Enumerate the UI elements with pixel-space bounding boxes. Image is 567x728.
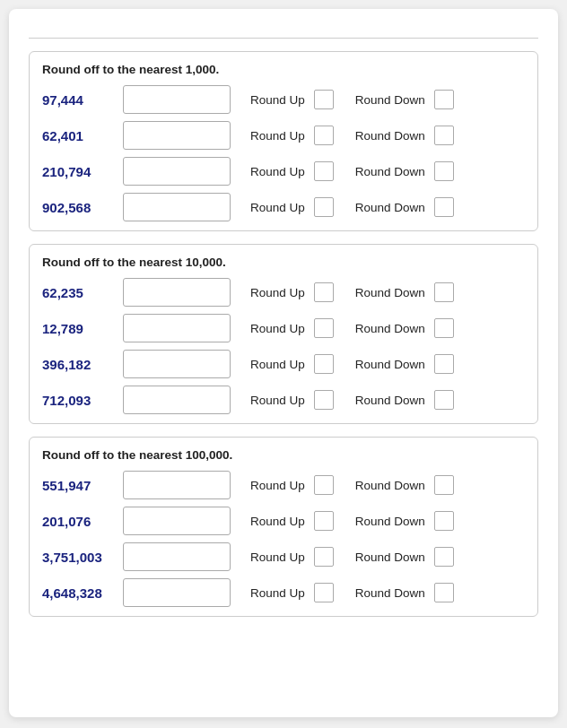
round-down-tick-1-2[interactable] — [434, 354, 454, 374]
row-2-1: 201,076Round UpRound Down — [42, 507, 525, 535]
round-down-tick-0-1[interactable] — [434, 126, 454, 145]
options-0-2: Round UpRound Down — [250, 161, 525, 181]
round-down-tick-2-1[interactable] — [434, 511, 454, 531]
round-up-label-1-2: Round Up — [250, 358, 305, 371]
round-down-label-0-3: Round Down — [355, 201, 425, 214]
round-down-label-1-2: Round Down — [355, 358, 425, 371]
row-1-1: 12,789Round UpRound Down — [42, 314, 525, 342]
answer-box-1-0[interactable] — [123, 278, 231, 307]
section-title-0: Round off to the nearest 1,000. — [42, 63, 525, 76]
options-1-2: Round UpRound Down — [250, 354, 525, 374]
round-up-label-2-0: Round Up — [250, 479, 305, 492]
round-down-label-0-0: Round Down — [355, 93, 425, 107]
round-up-tick-1-2[interactable] — [314, 354, 334, 374]
number-2-3: 4,648,328 — [42, 585, 123, 601]
row-0-3: 902,568Round UpRound Down — [42, 193, 525, 221]
section-1: Round off to the nearest 10,000.62,235Ro… — [29, 244, 538, 424]
section-0: Round off to the nearest 1,000.97,444Rou… — [29, 51, 538, 231]
row-0-0: 97,444Round UpRound Down — [42, 85, 525, 114]
round-down-tick-0-2[interactable] — [434, 161, 454, 181]
options-2-2: Round UpRound Down — [250, 547, 525, 567]
round-down-label-1-0: Round Down — [355, 286, 425, 299]
row-1-3: 712,093Round UpRound Down — [42, 386, 525, 414]
round-down-label-1-3: Round Down — [355, 394, 425, 407]
number-1-0: 62,235 — [42, 285, 123, 300]
round-up-label-0-1: Round Up — [250, 129, 305, 143]
options-1-0: Round UpRound Down — [250, 282, 525, 302]
round-up-label-0-0: Round Up — [250, 93, 305, 107]
round-up-tick-2-1[interactable] — [314, 511, 334, 531]
number-1-3: 712,093 — [42, 393, 123, 408]
row-2-0: 551,947Round UpRound Down — [42, 471, 525, 499]
number-2-0: 551,947 — [42, 478, 123, 493]
round-up-label-0-3: Round Up — [250, 201, 305, 214]
round-up-label-1-1: Round Up — [250, 322, 305, 335]
round-up-tick-0-1[interactable] — [314, 126, 334, 145]
round-down-tick-2-2[interactable] — [434, 547, 454, 567]
number-0-3: 902,568 — [42, 200, 123, 215]
row-0-2: 210,794Round UpRound Down — [42, 157, 525, 186]
answer-box-1-3[interactable] — [123, 386, 231, 414]
round-up-tick-1-3[interactable] — [314, 390, 334, 410]
options-0-0: Round UpRound Down — [250, 90, 525, 109]
round-up-tick-1-0[interactable] — [314, 282, 334, 302]
number-2-1: 201,076 — [42, 514, 123, 529]
round-down-tick-2-3[interactable] — [434, 583, 454, 602]
number-2-2: 3,751,003 — [42, 550, 123, 565]
round-up-label-2-2: Round Up — [250, 550, 305, 564]
number-0-2: 210,794 — [42, 164, 123, 179]
round-down-tick-0-0[interactable] — [434, 90, 454, 109]
round-up-label-2-3: Round Up — [250, 586, 305, 600]
options-0-3: Round UpRound Down — [250, 197, 525, 217]
section-title-2: Round off to the nearest 100,000. — [42, 448, 525, 462]
round-down-label-2-0: Round Down — [355, 479, 425, 492]
answer-box-2-0[interactable] — [123, 471, 231, 499]
round-down-label-2-2: Round Down — [355, 550, 425, 564]
row-1-0: 62,235Round UpRound Down — [42, 278, 525, 307]
round-up-label-1-0: Round Up — [250, 286, 305, 299]
answer-box-0-2[interactable] — [123, 157, 231, 186]
answer-box-0-1[interactable] — [123, 121, 231, 150]
number-0-0: 97,444 — [42, 92, 123, 108]
round-down-tick-1-3[interactable] — [434, 390, 454, 410]
round-up-label-1-3: Round Up — [250, 394, 305, 407]
round-down-label-0-2: Round Down — [355, 165, 425, 178]
answer-box-0-3[interactable] — [123, 193, 231, 221]
round-down-label-2-3: Round Down — [355, 586, 425, 600]
section-title-1: Round off to the nearest 10,000. — [42, 256, 525, 269]
answer-box-2-1[interactable] — [123, 507, 231, 535]
round-down-tick-1-0[interactable] — [434, 282, 454, 302]
answer-box-2-2[interactable] — [123, 542, 231, 571]
round-up-tick-0-0[interactable] — [314, 90, 334, 109]
round-up-tick-1-1[interactable] — [314, 318, 334, 338]
number-1-1: 12,789 — [42, 321, 123, 336]
options-2-0: Round UpRound Down — [250, 475, 525, 495]
sections-container: Round off to the nearest 1,000.97,444Rou… — [29, 51, 538, 617]
options-0-1: Round UpRound Down — [250, 126, 525, 145]
answer-box-1-1[interactable] — [123, 314, 231, 342]
round-down-tick-2-0[interactable] — [434, 475, 454, 495]
round-up-tick-2-2[interactable] — [314, 547, 334, 567]
answer-box-2-3[interactable] — [123, 578, 231, 607]
round-up-tick-2-0[interactable] — [314, 475, 334, 495]
round-down-label-1-1: Round Down — [355, 322, 425, 335]
row-1-2: 396,182Round UpRound Down — [42, 350, 525, 378]
round-up-label-2-1: Round Up — [250, 515, 305, 528]
round-up-tick-0-2[interactable] — [314, 161, 334, 181]
round-down-tick-1-1[interactable] — [434, 318, 454, 338]
round-up-tick-2-3[interactable] — [314, 583, 334, 602]
round-down-tick-0-3[interactable] — [434, 197, 454, 217]
row-2-3: 4,648,328Round UpRound Down — [42, 578, 525, 607]
logo-divider — [29, 38, 538, 39]
options-2-3: Round UpRound Down — [250, 583, 525, 602]
round-down-label-2-1: Round Down — [355, 515, 425, 528]
answer-box-1-2[interactable] — [123, 350, 231, 378]
round-down-label-0-1: Round Down — [355, 129, 425, 143]
section-2: Round off to the nearest 100,000.551,947… — [29, 437, 538, 617]
page: Round off to the nearest 1,000.97,444Rou… — [9, 9, 558, 717]
options-1-3: Round UpRound Down — [250, 390, 525, 410]
round-up-tick-0-3[interactable] — [314, 197, 334, 217]
options-2-1: Round UpRound Down — [250, 511, 525, 531]
answer-box-0-0[interactable] — [123, 85, 231, 114]
options-1-1: Round UpRound Down — [250, 318, 525, 338]
